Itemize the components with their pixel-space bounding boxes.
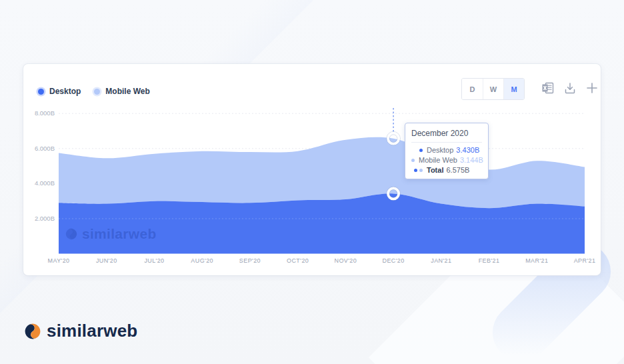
svg-text:JAN'21: JAN'21 [431,257,451,264]
similarweb-logo-icon [23,322,42,341]
mobile-web-dot-icon [419,169,423,172]
svg-text:8.000B: 8.000B [35,109,55,117]
svg-text:DEC'20: DEC'20 [383,257,405,264]
tooltip-desktop-label: Desktop [427,146,453,154]
svg-text:SEP'20: SEP'20 [239,257,261,264]
chart-tooltip: December 2020 Desktop 3.430B Mobile Web … [405,123,489,179]
tooltip-date-title: December 2020 [411,129,482,138]
tooltip-mobile-web-label: Mobile Web [419,156,457,164]
brand-wordmark: similarweb [47,321,137,341]
tooltip-desktop-value: 3.430B [456,146,479,154]
stacked-area-chart[interactable]: 2.000B4.000B6.000B8.000BMAY'20JUN'20JUL'… [23,64,601,275]
svg-text:AUG'20: AUG'20 [191,257,213,264]
svg-text:4.000B: 4.000B [35,179,55,187]
tooltip-row-desktop: Desktop 3.430B [411,146,482,154]
svg-text:6.000B: 6.000B [35,145,55,152]
svg-text:FEB'21: FEB'21 [479,257,500,264]
svg-text:MAY'20: MAY'20 [48,257,70,264]
tooltip-total-value: 6.575B [446,166,469,174]
svg-text:JUN'20: JUN'20 [96,257,117,264]
svg-text:JUL'20: JUL'20 [144,257,164,264]
svg-text:APR'21: APR'21 [574,257,596,264]
svg-text:2.000B: 2.000B [35,215,55,222]
similarweb-logo: similarweb [23,321,137,341]
desktop-dot-icon [419,149,423,152]
svg-text:NOV'20: NOV'20 [335,257,357,264]
tooltip-mobile-web-value: 3.144B [460,156,483,164]
tooltip-total-label: Total [427,166,443,174]
svg-text:MAR'21: MAR'21 [525,257,548,264]
tooltip-separator [411,142,482,143]
mobile-web-dot-icon [411,159,415,162]
traffic-chart-card: Desktop Mobile Web D W M [23,64,601,275]
svg-text:OCT'20: OCT'20 [287,257,309,264]
desktop-dot-icon [414,169,417,172]
tooltip-row-total: Total 6.575B [411,166,482,174]
tooltip-row-mobile-web: Mobile Web 3.144B [411,156,482,164]
